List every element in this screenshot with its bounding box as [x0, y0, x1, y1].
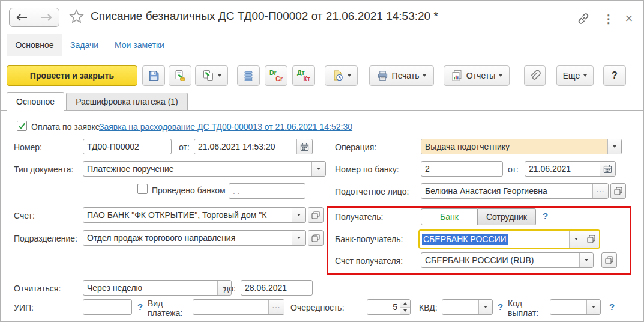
- department-value[interactable]: Отдел продаж торгового направления: [83, 231, 292, 245]
- reports-button[interactable]: Отчеты: [444, 65, 510, 86]
- payment-kind-field: ...: [193, 299, 284, 315]
- bank-processed-checkbox[interactable]: [137, 184, 148, 194]
- recipient-help[interactable]: ?: [543, 211, 548, 221]
- more-actions-button[interactable]: Еще: [556, 65, 594, 86]
- bank-processed-date-input[interactable]: [229, 183, 305, 199]
- payout-code-field: [550, 299, 601, 315]
- recipient-toggle-bank[interactable]: Банк: [421, 208, 478, 225]
- back-button[interactable]: [10, 8, 34, 26]
- dtkt-button[interactable]: ДтКт: [292, 65, 315, 86]
- post-and-close-button[interactable]: Провести и закрыть: [7, 65, 137, 86]
- recipient-bank-input[interactable]: СБЕРБАНК РОССИИ: [420, 231, 569, 248]
- account-dropdown-button[interactable]: [292, 208, 305, 222]
- accountable-value[interactable]: Белкина Анастасия Георгиевна: [421, 184, 592, 198]
- schedule-button[interactable]: [325, 65, 358, 86]
- nav-item-notes[interactable]: Мои заметки: [115, 34, 164, 56]
- chevron-down-icon: [613, 145, 616, 148]
- forward-icon: [41, 13, 53, 22]
- spin-down-button[interactable]: [400, 308, 410, 315]
- accountable-field: Белкина Анастасия Георгиевна ...: [421, 183, 609, 199]
- paperclip-icon: [529, 70, 541, 82]
- report-until-input[interactable]: [241, 280, 313, 296]
- recipient-bank-open-button[interactable]: [583, 231, 599, 248]
- post-document-icon: [174, 70, 186, 82]
- account-label: Счет:: [14, 211, 35, 220]
- doc-type-dropdown-button[interactable]: [311, 162, 325, 176]
- kvd-input[interactable]: [442, 300, 478, 314]
- payout-code-help[interactable]: ?: [609, 302, 615, 312]
- uip-help[interactable]: ?: [137, 302, 143, 312]
- menu-button[interactable]: ⋮: [601, 11, 616, 26]
- print-button[interactable]: Печать: [369, 65, 434, 86]
- check-icon: [18, 122, 26, 130]
- chevron-down-icon: [218, 74, 221, 77]
- account-value[interactable]: ПАО БАНК "ФК ОТКРЫТИЕ", Торговый дом "К: [83, 208, 292, 222]
- spin-up-button[interactable]: [400, 300, 410, 308]
- recipient-account-open-button[interactable]: [601, 252, 617, 268]
- bank-date-input[interactable]: [525, 162, 600, 176]
- document-clock-icon: [332, 70, 344, 82]
- department-open-button[interactable]: [308, 230, 324, 246]
- uip-input[interactable]: [83, 299, 132, 315]
- history-nav-group: [9, 8, 59, 27]
- create-based-on-button[interactable]: [195, 65, 228, 86]
- attachments-button[interactable]: [524, 65, 546, 86]
- kebab-icon: ⋮: [603, 12, 615, 26]
- tab-payment-breakdown[interactable]: Расшифровка платежа (1): [66, 93, 188, 110]
- page-title: Списание безналичных ДС ТД00-П00002 от 2…: [91, 10, 438, 23]
- priority-input[interactable]: [367, 300, 400, 314]
- payment-kind-input[interactable]: [193, 300, 268, 314]
- post-document-button[interactable]: [169, 65, 191, 86]
- payment-request-link[interactable]: Заявка на расходование ДС ТД00-000013 от…: [99, 122, 352, 132]
- forward-button[interactable]: [34, 8, 59, 26]
- recipient-account-value[interactable]: СБЕРБАНК РОССИИ (RUB): [421, 253, 579, 267]
- priority-field: [367, 299, 411, 315]
- kvd-help[interactable]: ?: [498, 302, 503, 312]
- date-input[interactable]: [194, 139, 296, 154]
- open-icon: [587, 235, 595, 243]
- operation-value[interactable]: Выдача подотчетнику: [421, 139, 607, 154]
- accountable-open-button[interactable]: [610, 183, 626, 199]
- get-link-button[interactable]: [576, 11, 591, 26]
- report-until-label: до:: [224, 284, 236, 293]
- doc-type-value[interactable]: Платежное поручение: [83, 162, 311, 176]
- payout-code-input[interactable]: [550, 300, 586, 314]
- payment-request-checkbox[interactable]: [17, 121, 27, 131]
- operation-dropdown-button[interactable]: [607, 139, 621, 154]
- drcr-button[interactable]: DrCr: [265, 65, 287, 86]
- save-button[interactable]: [142, 65, 165, 86]
- account-open-button[interactable]: [308, 207, 324, 223]
- operation-field: Выдача подотчетнику: [421, 139, 622, 154]
- bank-date-field: [525, 161, 616, 177]
- bank-number-input[interactable]: [421, 161, 503, 177]
- save-icon: [148, 70, 160, 82]
- payment-kind-select-button[interactable]: ...: [268, 300, 284, 314]
- recipient-toggle-employee[interactable]: Сотрудник: [478, 208, 536, 225]
- open-icon: [605, 256, 613, 264]
- section-nav: Основное Задачи Мои заметки: [1, 34, 644, 56]
- recipient-bank-field: СБЕРБАНК РОССИИ: [418, 229, 600, 249]
- department-dropdown-button[interactable]: [292, 231, 305, 245]
- close-button[interactable]: ×: [621, 11, 637, 26]
- payout-code-dropdown-button[interactable]: [586, 300, 600, 314]
- report-due-value[interactable]: Через неделю: [83, 281, 217, 295]
- nav-item-tasks[interactable]: Задачи: [70, 34, 98, 56]
- department-field: Отдел продаж торгового направления: [83, 230, 306, 246]
- recipient-bank-dropdown-button[interactable]: [569, 231, 583, 248]
- report-due-label: Отчитаться:: [14, 284, 61, 293]
- bank-number-label: Номер по банку:: [335, 165, 399, 174]
- help-button[interactable]: ?: [603, 65, 626, 86]
- number-input[interactable]: [83, 139, 172, 154]
- register-icon: [243, 70, 254, 82]
- dtkt-icon: ДтКт: [297, 69, 310, 82]
- recipient-account-dropdown-button[interactable]: [579, 253, 593, 267]
- tab-main[interactable]: Основное: [7, 92, 64, 111]
- kvd-dropdown-button[interactable]: [478, 300, 492, 314]
- registers-button[interactable]: [237, 65, 260, 86]
- date-calendar-button[interactable]: [296, 139, 312, 154]
- bank-date-label: от:: [508, 165, 519, 174]
- bank-date-calendar-button[interactable]: [600, 162, 615, 176]
- favorite-star-icon[interactable]: [68, 8, 85, 25]
- nav-item-main[interactable]: Основное: [7, 34, 62, 56]
- accountable-select-button[interactable]: ...: [592, 184, 608, 198]
